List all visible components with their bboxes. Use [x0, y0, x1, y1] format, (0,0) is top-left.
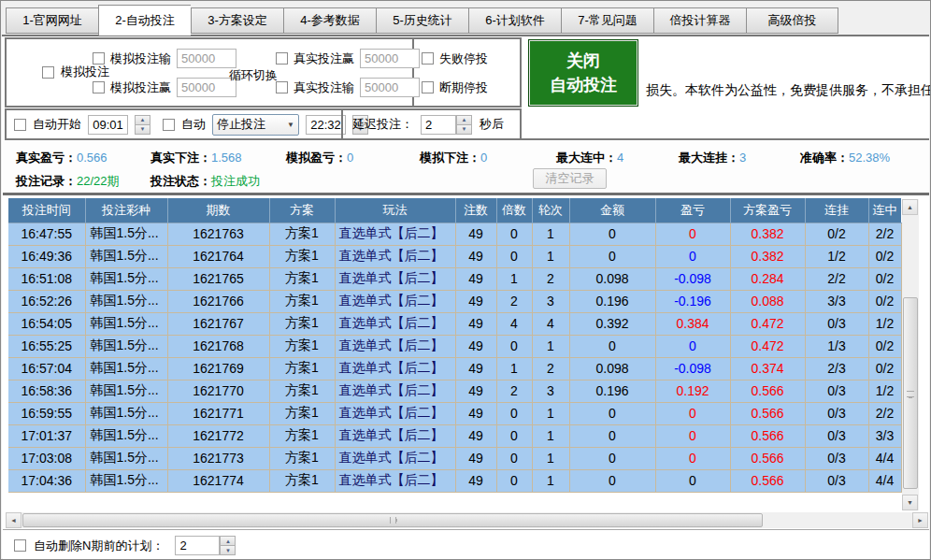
clear-records-button[interactable]: 清空记录: [533, 168, 607, 189]
column-header[interactable]: 连挂: [805, 198, 868, 223]
column-header[interactable]: 盈亏: [655, 198, 730, 223]
tab-7[interactable]: 7-常见问题: [561, 7, 653, 34]
cell-lottery: 韩国1.5分...: [85, 380, 167, 402]
column-header[interactable]: 轮次: [532, 198, 569, 223]
stop-time-input[interactable]: [306, 115, 346, 135]
spinner-down-icon[interactable]: ▼: [220, 546, 236, 555]
auto-delete-spinner[interactable]: ▲▼: [220, 536, 236, 555]
checkbox-icon[interactable]: [42, 66, 54, 79]
column-header[interactable]: 投注彩种: [85, 198, 167, 223]
cell-profit: 0: [655, 335, 730, 357]
spinner-up-icon[interactable]: ▲: [220, 536, 236, 546]
tab-5[interactable]: 5-历史统计: [376, 7, 468, 34]
tab-6[interactable]: 6-计划软件: [468, 7, 561, 34]
checkbox-icon[interactable]: [14, 539, 26, 552]
fail-stop-row[interactable]: 失败停投: [422, 47, 488, 70]
column-header[interactable]: 倍数: [496, 198, 532, 223]
cell-profit: 0: [655, 223, 730, 245]
column-header[interactable]: 金额: [569, 198, 655, 223]
horizontal-scrollbar[interactable]: ◄ ►: [6, 512, 928, 528]
column-header[interactable]: 注数: [455, 198, 496, 223]
spinner-up-icon[interactable]: ▲: [135, 115, 150, 125]
tab-8[interactable]: 倍投计算器: [653, 7, 746, 34]
max-win-label: 最大连中：: [556, 151, 617, 165]
cell-play: 直选单式【后二】: [335, 245, 455, 267]
table-row[interactable]: 16:57:04韩国1.5分...1621769方案1直选单式【后二】49120…: [8, 357, 901, 380]
column-header[interactable]: 方案: [269, 198, 335, 223]
tab-1[interactable]: 1-官网网址: [6, 7, 98, 34]
checkbox-icon[interactable]: [422, 52, 434, 65]
vertical-scroll-thumb[interactable]: [903, 297, 918, 489]
scroll-down-icon[interactable]: ▼: [902, 495, 918, 510]
cell-streak_win: 0/2: [868, 357, 901, 380]
spinner-down-icon[interactable]: ▼: [135, 125, 150, 135]
cell-streak_win: 0/2: [868, 245, 901, 267]
tab-3[interactable]: 3-方案设定: [191, 7, 283, 34]
checkbox-icon[interactable]: [93, 81, 105, 93]
cell-round: 3: [532, 380, 569, 402]
table-row[interactable]: 16:55:25韩国1.5分...1621768方案1直选单式【后二】49010…: [8, 335, 901, 357]
real-win-input[interactable]: [360, 49, 420, 68]
table-row[interactable]: 16:54:05韩国1.5分...1621767方案1直选单式【后二】49440…: [8, 312, 901, 335]
column-header[interactable]: 连中: [868, 198, 901, 223]
column-header[interactable]: 投注时间: [8, 198, 85, 223]
column-header[interactable]: 期数: [167, 198, 269, 223]
cell-amount: 0: [569, 245, 655, 267]
cell-round: 1: [532, 424, 569, 447]
break-stop-row[interactable]: 断期停投: [422, 76, 488, 99]
sim-win-label: 模拟投注赢: [110, 79, 171, 96]
sim-lose-row: 模拟投注输: [93, 47, 236, 70]
table-row[interactable]: 16:58:36韩国1.5分...1621770方案1直选单式【后二】49230…: [8, 380, 901, 402]
horizontal-scroll-thumb[interactable]: [22, 513, 763, 527]
cell-plan_profit: 0.472: [730, 312, 805, 335]
tab-2[interactable]: 2-自动投注: [98, 5, 191, 36]
checkbox-icon[interactable]: [276, 52, 288, 65]
sim-win-input[interactable]: [177, 78, 236, 97]
table-row[interactable]: 16:51:08韩国1.5分...1621765方案1直选单式【后二】49120…: [8, 267, 901, 290]
table-row[interactable]: 16:47:55韩国1.5分...1621763方案1直选单式【后二】49010…: [8, 223, 901, 245]
scroll-up-icon[interactable]: ▲: [902, 199, 918, 215]
cell-bets: 49: [455, 223, 496, 245]
cell-time: 16:57:04: [8, 357, 85, 380]
table-row[interactable]: 17:03:08韩国1.5分...1621773方案1直选单式【后二】49010…: [8, 447, 901, 469]
spinner-up-icon[interactable]: ▲: [456, 115, 472, 125]
table-row[interactable]: 16:52:26韩国1.5分...1621766方案1直选单式【后二】49230…: [8, 290, 901, 312]
table-row[interactable]: 17:04:36韩国1.5分...1621774方案1直选单式【后二】49010…: [8, 469, 901, 492]
cell-round: 1: [532, 245, 569, 267]
real-profit-value: 0.566: [77, 151, 107, 165]
cell-round: 1: [532, 335, 569, 357]
cell-play: 直选单式【后二】: [335, 402, 455, 424]
delay-spinner[interactable]: ▲▼: [456, 115, 472, 135]
vertical-scrollbar[interactable]: ▲ ▼: [902, 199, 919, 510]
spinner-down-icon[interactable]: ▼: [456, 125, 472, 135]
close-auto-bet-button[interactable]: 关闭 自动投注: [528, 39, 638, 107]
sim-bet-label: 模拟下注：: [420, 151, 480, 165]
checkbox-icon[interactable]: [276, 81, 288, 93]
delay-input[interactable]: [421, 115, 456, 135]
scroll-left-icon[interactable]: ◄: [6, 512, 21, 528]
table-row[interactable]: 16:59:55韩国1.5分...1621771方案1直选单式【后二】49010…: [8, 402, 901, 424]
table-row[interactable]: 16:49:36韩国1.5分...1621764方案1直选单式【后二】49010…: [8, 245, 901, 267]
tab-4[interactable]: 4-参考数据: [283, 7, 376, 34]
scroll-right-icon[interactable]: ►: [912, 512, 928, 528]
cell-profit: -0.098: [655, 357, 730, 380]
stop-action-select[interactable]: 停止投注 ▼: [212, 114, 299, 136]
table-row[interactable]: 17:01:37韩国1.5分...1621772方案1直选单式【后二】49010…: [8, 424, 901, 447]
real-win-row: 真实投注赢: [276, 47, 420, 70]
checkbox-icon[interactable]: [163, 119, 175, 131]
real-lose-input[interactable]: [360, 78, 420, 97]
checkbox-icon[interactable]: [93, 52, 105, 65]
checkbox-icon[interactable]: [422, 81, 434, 93]
tab-9[interactable]: 高级倍投: [746, 7, 838, 34]
checkbox-icon[interactable]: [14, 119, 26, 131]
start-time-spinner[interactable]: ▲▼: [135, 115, 150, 135]
cell-streak_lose: 0/3: [805, 312, 868, 335]
cell-streak_win: 2/2: [868, 402, 901, 424]
start-time-input[interactable]: [88, 115, 128, 135]
sim-lose-input[interactable]: [177, 49, 236, 68]
column-header[interactable]: 玩法: [335, 198, 455, 223]
cell-play: 直选单式【后二】: [335, 223, 455, 245]
column-header[interactable]: 方案盈亏: [730, 198, 805, 223]
cell-amount: 0: [569, 402, 655, 424]
auto-delete-input[interactable]: [175, 536, 220, 555]
